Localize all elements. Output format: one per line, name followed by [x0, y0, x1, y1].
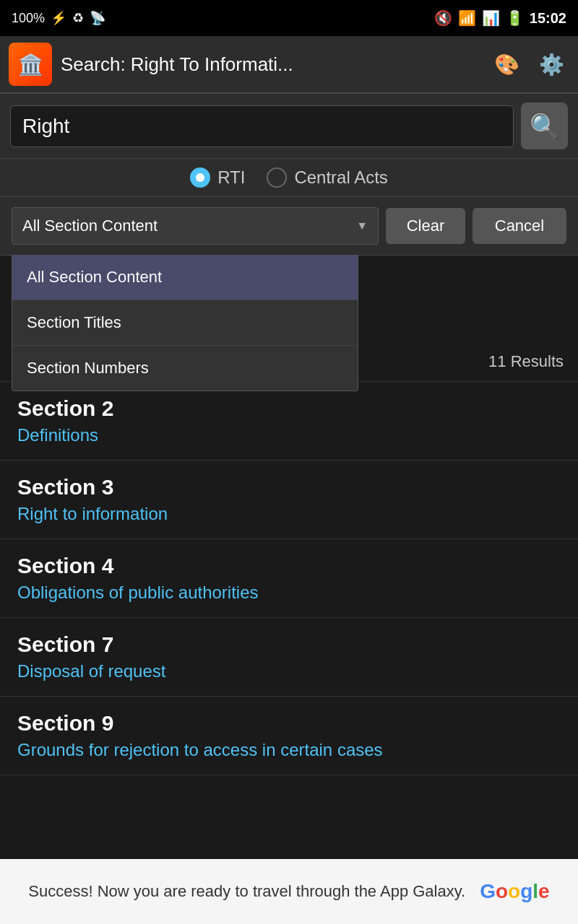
battery-percent: 100% [12, 11, 45, 26]
dropdown-item-all-section[interactable]: All Section Content [12, 255, 358, 300]
results-count: 11 Results [488, 352, 564, 371]
central-acts-radio-option[interactable]: Central Acts [267, 167, 387, 188]
magnifier-icon: 🔍 [530, 112, 560, 141]
app-logo: 🏛️ [9, 43, 52, 86]
logo-icon: 🏛️ [18, 53, 43, 77]
clear-button[interactable]: Clear [386, 208, 465, 244]
rss-icon: 📡 [90, 10, 105, 26]
rti-radio-label: RTI [217, 167, 245, 188]
section-number: Section 4 [17, 554, 561, 578]
battery-full-icon: 🔋 [506, 9, 524, 27]
section-item-2[interactable]: Section 2 Definitions [0, 382, 578, 461]
central-acts-radio-circle[interactable] [267, 167, 287, 188]
search-bar: 🔍 [0, 94, 578, 159]
ad-text: Success! Now you are ready to travel thr… [28, 882, 465, 901]
section-number: Section 7 [17, 632, 561, 657]
status-bar: 100% ⚡ ♻ 📡 🔇 📶 📊 🔋 15:02 [0, 0, 578, 36]
section-item-4[interactable]: Section 4 Obligations of public authorit… [0, 539, 578, 618]
signal-icon: 📊 [482, 9, 500, 27]
section-item-7[interactable]: Section 7 Disposal of request [0, 618, 578, 697]
settings-button[interactable]: ⚙️ [533, 46, 569, 82]
section-title: Definitions [17, 425, 561, 445]
recycle-icon: ♻ [72, 10, 84, 26]
section-item-3[interactable]: Section 3 Right to information [0, 461, 578, 539]
ad-banner: Success! Now you are ready to travel thr… [0, 859, 578, 924]
filter-dropdown[interactable]: All Section Content [12, 207, 379, 245]
search-button[interactable]: 🔍 [521, 103, 568, 149]
filter-row: All Section Content Clear Cancel All Sec… [0, 197, 578, 256]
gear-icon: ⚙️ [539, 53, 564, 77]
dropdown-item-section-numbers[interactable]: Section Numbers [12, 346, 358, 391]
central-acts-radio-label: Central Acts [294, 167, 387, 188]
section-list: Section 2 Definitions Section 3 Right to… [0, 382, 578, 924]
section-number: Section 3 [17, 475, 561, 500]
mute-icon: 🔇 [434, 9, 452, 27]
section-title: Right to information [17, 504, 561, 524]
section-item-9[interactable]: Section 9 Grounds for rejection to acces… [0, 697, 578, 775]
wifi-icon: 📶 [458, 9, 476, 27]
filter-dropdown-menu: All Section Content Section Titles Secti… [12, 255, 358, 391]
section-number: Section 9 [17, 711, 561, 736]
dropdown-item-section-titles[interactable]: Section Titles [12, 300, 358, 346]
radio-group: RTI Central Acts [0, 159, 578, 197]
color-icon-button[interactable]: 🎨 [488, 46, 525, 82]
section-title: Obligations of public authorities [17, 583, 561, 603]
toolbar-actions: 🎨 ⚙️ [488, 46, 569, 82]
filter-dropdown-label: All Section Content [22, 217, 158, 235]
cancel-button[interactable]: Cancel [473, 208, 566, 244]
toolbar-title: Search: Right To Informati... [61, 53, 480, 76]
section-title: Disposal of request [17, 661, 561, 681]
color-icon: 🎨 [494, 53, 519, 77]
section-number: Section 2 [17, 396, 561, 421]
usb-icon: ⚡ [51, 10, 66, 26]
status-right: 🔇 📶 📊 🔋 15:02 [434, 9, 566, 27]
rti-radio-circle[interactable] [190, 167, 210, 188]
status-left: 100% ⚡ ♻ 📡 [12, 10, 105, 26]
search-input[interactable] [10, 105, 514, 147]
clock: 15:02 [530, 10, 566, 27]
rti-radio-option[interactable]: RTI [190, 167, 245, 188]
google-logo: Google [480, 880, 549, 903]
app-toolbar: 🏛️ Search: Right To Informati... 🎨 ⚙️ [0, 36, 578, 94]
section-title: Grounds for rejection to access in certa… [17, 740, 561, 760]
